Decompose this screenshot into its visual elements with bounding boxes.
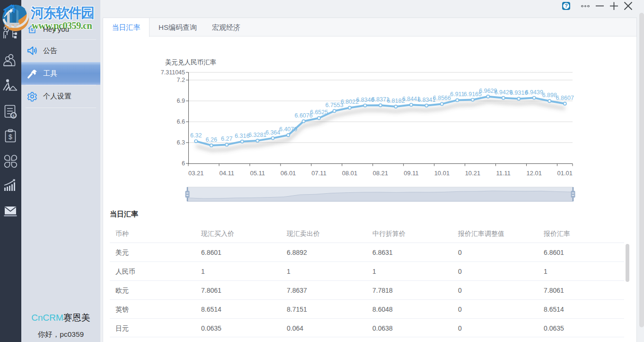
svg-text:6.27: 6.27 xyxy=(221,135,232,142)
svg-text:6.898: 6.898 xyxy=(542,92,557,99)
svg-text:6.3281: 6.3281 xyxy=(248,132,266,138)
svg-text:08.21: 08.21 xyxy=(373,170,388,177)
svg-text:12.01: 12.01 xyxy=(527,170,542,177)
svg-text:6.8607: 6.8607 xyxy=(556,95,574,101)
svg-text:6.9439: 6.9439 xyxy=(525,89,543,96)
svg-text:6: 6 xyxy=(182,160,185,167)
svg-text:6.6: 6.6 xyxy=(177,118,185,125)
svg-text:11.11: 11.11 xyxy=(496,170,511,177)
svg-text:6.3: 6.3 xyxy=(177,139,185,146)
svg-text:6.911: 6.911 xyxy=(450,91,464,98)
svg-text:01.01: 01.01 xyxy=(557,170,573,177)
svg-text:7.2: 7.2 xyxy=(177,77,185,83)
svg-text:美元兑人民币汇率: 美元兑人民币汇率 xyxy=(165,59,216,66)
svg-text:10.21: 10.21 xyxy=(465,170,481,177)
svg-text:06.01: 06.01 xyxy=(281,170,296,177)
svg-text:$: $ xyxy=(9,133,12,141)
svg-text:6.9: 6.9 xyxy=(177,98,185,104)
svg-text:$: $ xyxy=(12,114,15,118)
svg-text:04.11: 04.11 xyxy=(219,170,234,177)
svg-text:08.01: 08.01 xyxy=(342,170,358,177)
svg-text:07.11: 07.11 xyxy=(311,170,326,177)
svg-text:09.11: 09.11 xyxy=(404,170,419,177)
svg-text:10.01: 10.01 xyxy=(434,170,450,177)
svg-text:6.26: 6.26 xyxy=(206,136,217,143)
svg-text:7.311045: 7.311045 xyxy=(161,69,185,76)
svg-text:6.364: 6.364 xyxy=(265,129,280,136)
svg-text:6.32: 6.32 xyxy=(190,132,202,139)
svg-text:6.8566: 6.8566 xyxy=(433,95,451,101)
svg-text:6.6525: 6.6525 xyxy=(310,109,328,116)
svg-text:05.11: 05.11 xyxy=(250,170,265,177)
svg-text:03.21: 03.21 xyxy=(188,170,204,177)
svg-text:6.4079: 6.4079 xyxy=(279,126,297,133)
svg-text:6.316: 6.316 xyxy=(235,133,249,139)
